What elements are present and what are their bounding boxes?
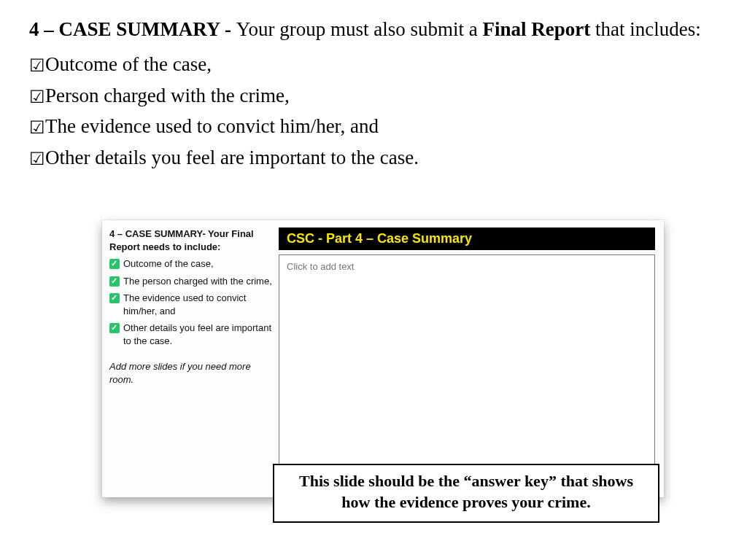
slide-title-bar: CSC - Part 4 – Case Summary	[279, 228, 655, 250]
slide-sidebar: 4 – CASE SUMMARY- Your Final Report need…	[109, 228, 279, 489]
slide-sidebar-title: 4 – CASE SUMMARY- Your Final Report need…	[109, 228, 273, 253]
embedded-slide-preview: 4 – CASE SUMMARY- Your Final Report need…	[102, 220, 664, 497]
slide-sidebar-item-text: The evidence used to convict him/her, an…	[123, 292, 273, 317]
heading-mid-plain: Your group must also submit a	[236, 18, 483, 40]
check-icon	[109, 259, 120, 269]
checklist-item-text: Other details you feel are important to …	[45, 143, 419, 173]
slide-sidebar-item-text: Outcome of the case,	[123, 257, 273, 271]
answer-key-callout: This slide should be the “answer key” th…	[273, 464, 659, 523]
section-heading: 4 – CASE SUMMARY - Your group must also …	[29, 16, 718, 42]
slide-text-placeholder[interactable]: Click to add text	[279, 254, 655, 489]
checkbox-checked-icon: ☑	[29, 150, 45, 168]
slide-sidebar-item: Outcome of the case,	[109, 257, 273, 271]
heading-suffix-plain: that includes:	[590, 18, 700, 40]
requirements-checklist: ☑ Outcome of the case, ☑ Person charged …	[29, 50, 718, 172]
checkbox-checked-icon: ☑	[29, 119, 45, 136]
checklist-item: ☑ Person charged with the crime,	[29, 81, 718, 111]
checklist-item-text: Outcome of the case,	[45, 50, 212, 79]
slide-sidebar-note: Add more slides if you need more room.	[109, 360, 273, 386]
checkbox-checked-icon: ☑	[29, 88, 45, 106]
slide-sidebar-item: The person charged with the crime,	[109, 275, 273, 288]
slide-sidebar-item: Other details you feel are important to …	[109, 322, 273, 347]
checklist-item: ☑ Other details you feel are important t…	[29, 143, 718, 173]
heading-prefix-bold: 4 – CASE SUMMARY -	[29, 18, 236, 40]
heading-mid-bold: Final Report	[483, 18, 591, 40]
check-icon	[109, 293, 120, 303]
slide-sidebar-item-text: Other details you feel are important to …	[123, 322, 273, 347]
check-icon	[109, 323, 120, 333]
checklist-item: ☑ Outcome of the case,	[29, 50, 718, 79]
slide-sidebar-item-text: The person charged with the crime,	[123, 275, 273, 288]
check-icon	[109, 276, 120, 287]
checklist-item: ☑ The evidence used to convict him/her, …	[29, 112, 718, 141]
checklist-item-text: The evidence used to convict him/her, an…	[45, 112, 379, 141]
checklist-item-text: Person charged with the crime,	[45, 81, 290, 111]
checkbox-checked-icon: ☑	[29, 57, 45, 74]
slide-sidebar-item: The evidence used to convict him/her, an…	[109, 292, 273, 317]
